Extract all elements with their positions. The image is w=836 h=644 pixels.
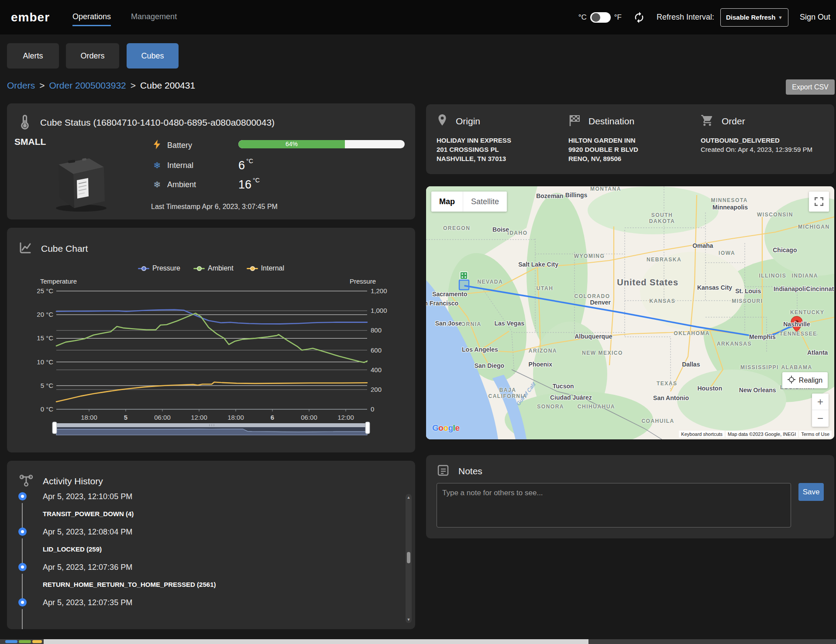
activity-event: Apr 5, 2023, 12:10:05 PMTRANSIT_POWER_DO… [7,489,391,524]
checkered-flag-icon [568,114,581,129]
event-connector [22,609,23,629]
note-icon [437,464,450,479]
refresh-icon[interactable] [633,11,645,24]
terms-of-use-link[interactable]: Terms of Use [799,431,832,438]
activity-event: Apr 5, 2023, 12:08:04 PMLID_LOCKED (259) [7,524,391,559]
snowflake-icon: ❄ [151,160,163,171]
refresh-interval-value: Disable Refresh [726,14,775,21]
svg-text:25 °C: 25 °C [37,287,53,295]
activity-event: Apr 5, 2023, 12:07:35 PM [7,595,391,629]
satellite-button[interactable]: Satellite [463,192,507,212]
nav-management[interactable]: Management [131,12,177,26]
navigator-handle[interactable] [365,422,370,434]
map-zoom-control: + − [812,394,829,427]
svg-text:Pressure: Pressure [350,277,376,285]
tab-alerts[interactable]: Alerts [7,43,59,69]
event-name: TRANSIT_POWER_DOWN (4) [43,510,134,517]
battery-progress-bar: 64% [238,140,405,148]
svg-text:1,200: 1,200 [371,287,387,295]
navigator-handle[interactable] [52,422,57,434]
activity-history-card: Activity History Apr 5, 2023, 12:10:05 P… [7,461,415,629]
export-csv-button[interactable]: Export CSV [786,79,835,95]
zoom-in-button[interactable]: + [812,394,829,410]
tab-cubes[interactable]: Cubes [127,43,179,69]
breadcrumb-orders[interactable]: Orders [7,80,35,91]
activity-event: Apr 5, 2023, 12:07:36 PMRETURN_HOME_RETU… [7,559,391,595]
sign-out-button[interactable]: Sign Out [800,13,830,22]
event-name: RETURN_HOME_RETURN_TO_HOME_PRESSED (2561… [43,581,216,588]
scrollbar-thumb[interactable] [407,552,410,563]
event-time: Apr 5, 2023, 12:07:35 PM [43,598,132,607]
horizontal-scrollbar[interactable] [0,639,836,644]
svg-text:400: 400 [371,366,382,373]
tab-orders[interactable]: Orders [66,43,119,69]
destination-title: Destination [588,116,634,127]
svg-text:20 °C: 20 °C [37,311,53,318]
activity-history-title: Activity History [43,476,103,486]
breadcrumb: Orders > Order 2005003932 > Cube 200431 [7,80,195,91]
refresh-interval-select[interactable]: Disable Refresh ▼ [720,8,788,27]
map-attribution: Keyboard shortcuts Map data ©2023 Google… [679,431,832,438]
svg-text:10 °C: 10 °C [37,358,53,366]
activity-list: Apr 5, 2023, 12:10:05 PMTRANSIT_POWER_DO… [7,489,391,629]
ambient-temp-value: 16°C [238,177,260,192]
svg-text:600: 600 [371,346,382,354]
origin-address: HOLIDAY INN EXPRESS201 CROSSINGS PLNASHV… [437,136,511,163]
event-marker-icon [18,528,27,536]
cube-status-title: Cube Status (16804710-1410-0480-6895-a08… [40,117,275,128]
svg-text:06:00: 06:00 [301,414,317,421]
breadcrumb-order-number[interactable]: Order 2005003932 [49,80,126,91]
activity-scrollbar[interactable]: ▲ ▼ [406,494,412,623]
timeline-icon [18,473,34,490]
address-line: 9920 DOUBLE R BLVD [568,145,638,154]
event-time: Apr 5, 2023, 12:08:04 PM [43,528,132,537]
breadcrumb-separator: > [39,80,45,91]
address-line: HILTON GARDEN INN [568,136,638,145]
note-input[interactable] [437,483,791,528]
map[interactable]: MONTANAMINNESOTAWISCONSINMICHIGANSOUTH D… [426,186,834,439]
map-button[interactable]: Map [431,192,463,212]
battery-fill: 64% [238,140,345,148]
svg-text:06:00: 06:00 [154,414,171,421]
scroll-down-icon[interactable]: ▼ [406,617,412,622]
save-button[interactable]: Save [798,483,824,501]
keyboard-shortcuts-link[interactable]: Keyboard shortcuts [679,431,725,438]
scroll-up-icon[interactable]: ▲ [406,495,412,500]
svg-text:0 °C: 0 °C [41,405,54,413]
order-info: OUTBOUND_DELIVEREDCreated On: Apr 4, 202… [701,136,812,154]
address-line: RENO, NV, 89506 [568,154,638,163]
shopping-cart-icon [701,114,714,129]
temperature-unit-toggle[interactable] [590,12,611,23]
google-logo: Google [432,423,459,433]
event-name: LID_LOCKED (259) [43,545,102,553]
svg-text:5 °C: 5 °C [41,382,54,389]
snowflake-icon: ❄ [151,179,163,190]
notes-card: Notes Save [426,455,834,538]
svg-text:0: 0 [371,405,374,413]
fullscreen-button[interactable] [809,192,829,212]
event-marker-icon [18,563,27,571]
realign-button[interactable]: Realign [782,372,828,388]
zoom-out-button[interactable]: − [812,410,829,427]
internal-temp-value: 6°C [238,158,253,172]
svg-text:15 °C: 15 °C [37,334,53,342]
chevron-down-icon: ▼ [778,15,783,20]
last-timestamp: Last Timestamp Apr 6, 2023, 3:07:45 PM [151,203,278,211]
address-line: HOLIDAY INN EXPRESS [437,136,511,145]
breadcrumb-separator: > [131,80,136,91]
legend-green-fragment [19,640,31,643]
destination-address: HILTON GARDEN INN9920 DOUBLE R BLVDRENO,… [568,136,638,163]
battery-percent: 64% [238,140,345,147]
breadcrumb-cube: Cube 200431 [140,80,195,91]
notes-title: Notes [458,466,482,476]
thermometer-icon [18,114,31,131]
origin-title: Origin [456,116,480,127]
horizontal-scrollbar-thumb[interactable] [44,639,588,644]
event-time: Apr 5, 2023, 12:07:36 PM [43,563,132,572]
cube-status-card: Cube Status (16804710-1410-0480-6895-a08… [7,103,415,219]
nav-operations[interactable]: Operations [72,12,111,26]
cube-size-label: SMALL [14,137,46,147]
legend-yellow-fragment [32,640,42,643]
location-pin-icon [437,114,448,129]
internal-label: Internal [167,161,220,170]
